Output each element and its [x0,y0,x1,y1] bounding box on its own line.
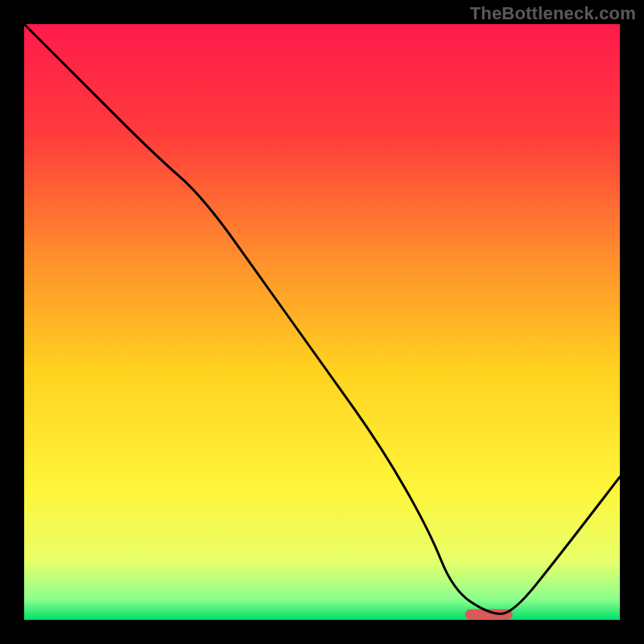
chart-container: TheBottleneck.com [0,0,644,644]
watermark-label: TheBottleneck.com [470,3,636,24]
chart-svg [24,24,620,620]
plot-area [24,24,620,620]
